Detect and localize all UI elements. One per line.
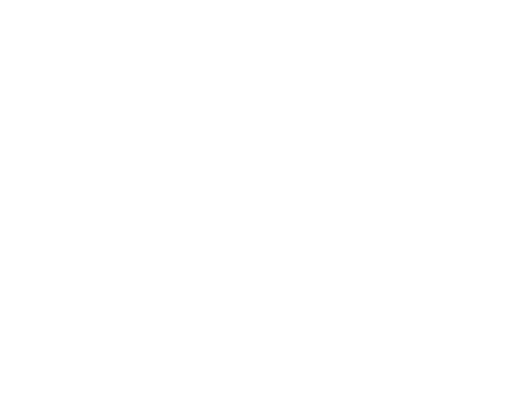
slide	[0, 0, 532, 399]
